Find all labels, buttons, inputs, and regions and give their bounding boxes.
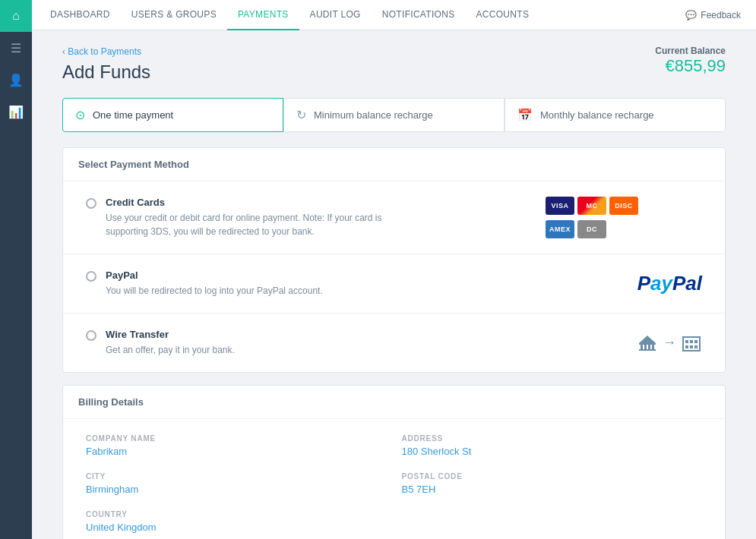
monthly-icon: 📅	[517, 108, 533, 122]
feedback-button[interactable]: 💬 Feedback	[678, 10, 748, 20]
balance-section: Current Balance €855,99	[655, 46, 726, 76]
svg-rect-2	[641, 345, 643, 349]
payment-method-credit-cards[interactable]: Credit Cards Use your credit or debit ca…	[63, 181, 725, 254]
billing-city-value: Birmingham	[86, 484, 387, 495]
paypal-info: PayPal You will be redirected to log int…	[106, 270, 323, 298]
billing-city: CITY Birmingham	[86, 472, 387, 495]
page-title: Add Funds	[62, 61, 150, 83]
billing-header: Billing Details	[63, 386, 725, 419]
svg-rect-12	[690, 345, 693, 348]
nav-users-groups[interactable]: USERS & GROUPS	[121, 0, 227, 30]
home-icon: ⌂	[12, 9, 20, 23]
svg-rect-10	[694, 340, 697, 343]
bank-icon	[637, 333, 658, 354]
tab-minimum-label: Minimum balance recharge	[314, 109, 433, 121]
payment-method-header: Select Payment Method	[63, 148, 725, 181]
sidebar-item-users[interactable]: 👤	[0, 64, 32, 96]
sidebar-item-chart[interactable]: 📊	[0, 96, 32, 128]
billing-city-label: CITY	[86, 472, 387, 481]
back-link[interactable]: ‹ Back to Payments	[62, 46, 141, 57]
sidebar: ⌂ ☰ 👤 📊	[0, 0, 32, 539]
billing-company-value: Fabrikam	[86, 446, 387, 457]
sidebar-item-list[interactable]: ☰	[0, 32, 32, 64]
svg-marker-6	[639, 336, 656, 343]
credit-card-icons: VISA MC DISC AMEX DC	[546, 197, 702, 238]
billing-address-label: ADDRESS	[402, 434, 703, 443]
wire-left: Wire Transfer Get an offer, pay it in yo…	[86, 329, 235, 357]
payment-method-wire[interactable]: Wire Transfer Get an offer, pay it in yo…	[63, 314, 725, 372]
svg-rect-11	[685, 345, 688, 348]
chart-icon: 📊	[8, 105, 24, 119]
credit-cards-title: Credit Cards	[106, 197, 410, 208]
billing-company: COMPANY NAME Fabrikam	[86, 434, 387, 457]
tab-monthly-recharge[interactable]: 📅 Monthly balance recharge	[505, 98, 726, 132]
credit-cards-radio[interactable]	[86, 198, 96, 209]
svg-rect-4	[648, 345, 650, 349]
minimum-icon: ↻	[296, 108, 306, 122]
nav-accounts[interactable]: ACCOUNTS	[465, 0, 539, 30]
credit-cards-left: Credit Cards Use your credit or debit ca…	[86, 197, 410, 238]
tab-one-time-label: One time payment	[93, 109, 173, 121]
svg-rect-7	[683, 337, 700, 351]
balance-label: Current Balance	[655, 46, 726, 56]
feedback-icon: 💬	[685, 10, 697, 20]
billing-details-card: Billing Details COMPANY NAME Fabrikam AD…	[62, 385, 726, 539]
svg-rect-9	[690, 340, 693, 343]
amex-icon: AMEX	[546, 220, 574, 238]
payment-method-paypal[interactable]: PayPal You will be redirected to log int…	[63, 254, 725, 314]
paypal-pal-icon: Pal	[672, 272, 702, 295]
arrow-icon: →	[663, 335, 676, 351]
main-area: DASHBOARD USERS & GROUPS PAYMENTS AUDIT …	[32, 0, 756, 539]
top-nav: DASHBOARD USERS & GROUPS PAYMENTS AUDIT …	[32, 0, 756, 30]
sidebar-item-home[interactable]: ⌂	[0, 0, 32, 32]
billing-grid: COMPANY NAME Fabrikam ADDRESS 180 Sherlo…	[63, 419, 725, 539]
tab-minimum-recharge[interactable]: ↻ Minimum balance recharge	[283, 98, 505, 132]
mastercard-icon: MC	[577, 197, 606, 215]
diners-icon: DC	[577, 220, 606, 238]
svg-rect-8	[685, 340, 688, 343]
billing-postal-value: B5 7EH	[402, 484, 703, 495]
paypal-logo: PayPal	[637, 272, 702, 295]
credit-cards-desc: Use your credit or debit card for online…	[106, 211, 410, 238]
svg-rect-5	[652, 345, 654, 349]
paypal-radio[interactable]	[86, 271, 96, 282]
balance-amount: €855,99	[655, 56, 726, 76]
nav-audit-log[interactable]: AUDIT LOG	[299, 0, 372, 30]
billing-address: ADDRESS 180 Sherlock St	[402, 434, 703, 457]
paypal-text-icon: ay	[650, 272, 672, 295]
nav-dashboard[interactable]: DASHBOARD	[40, 0, 121, 30]
one-time-icon: ⊙	[75, 108, 85, 122]
billing-company-label: COMPANY NAME	[86, 434, 387, 443]
wire-radio[interactable]	[86, 330, 96, 341]
paypal-left: PayPal You will be redirected to log int…	[86, 270, 323, 298]
billing-address-value: 180 Sherlock St	[402, 446, 703, 457]
wire-info: Wire Transfer Get an offer, pay it in yo…	[106, 329, 235, 357]
billing-country-value: United Kingdom	[86, 522, 387, 533]
discover-icon: DISC	[609, 197, 638, 215]
wire-transfer-icon: →	[637, 333, 702, 354]
nav-notifications[interactable]: NOTIFICATIONS	[372, 0, 466, 30]
nav-payments[interactable]: PAYMENTS	[227, 0, 299, 30]
credit-cards-info: Credit Cards Use your credit or debit ca…	[106, 197, 410, 238]
paypal-title: PayPal	[106, 270, 323, 281]
content: ‹ Back to Payments Add Funds Current Bal…	[32, 30, 756, 539]
svg-rect-3	[644, 345, 647, 349]
users-icon: 👤	[8, 73, 24, 87]
wire-desc: Get an offer, pay it in your bank.	[106, 343, 235, 357]
tab-monthly-label: Monthly balance recharge	[540, 109, 654, 121]
svg-rect-0	[639, 343, 656, 345]
page-header: ‹ Back to Payments Add Funds Current Bal…	[62, 46, 726, 83]
building-icon	[681, 333, 702, 354]
tab-one-time[interactable]: ⊙ One time payment	[62, 98, 283, 132]
billing-postal: POSTAL CODE B5 7EH	[402, 472, 703, 495]
billing-postal-label: POSTAL CODE	[402, 472, 703, 481]
visa-icon: VISA	[546, 197, 574, 215]
payment-method-card: Select Payment Method Credit Cards Use y…	[62, 147, 726, 373]
payment-tabs: ⊙ One time payment ↻ Minimum balance rec…	[62, 98, 726, 132]
list-icon: ☰	[11, 41, 21, 55]
feedback-label: Feedback	[701, 10, 741, 20]
billing-country-label: COUNTRY	[86, 510, 387, 519]
paypal-p-icon: P	[637, 272, 650, 295]
paypal-desc: You will be redirected to log into your …	[106, 284, 323, 298]
svg-rect-1	[639, 349, 656, 351]
